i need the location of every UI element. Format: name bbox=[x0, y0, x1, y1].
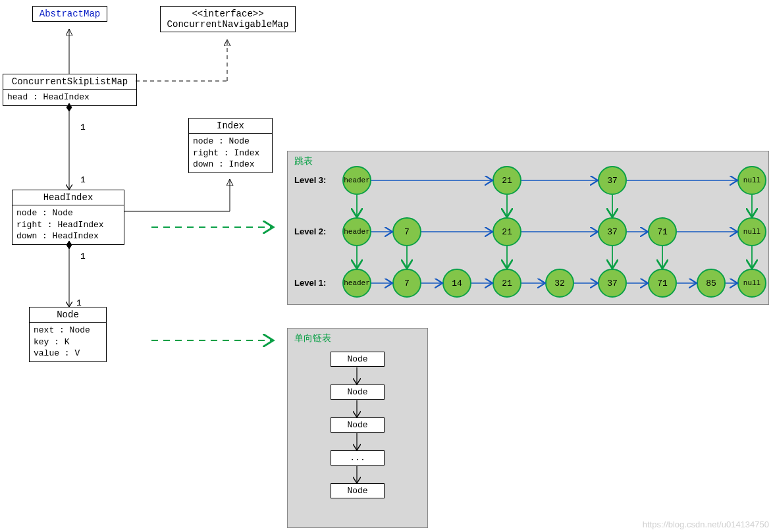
connectors bbox=[0, 0, 773, 532]
